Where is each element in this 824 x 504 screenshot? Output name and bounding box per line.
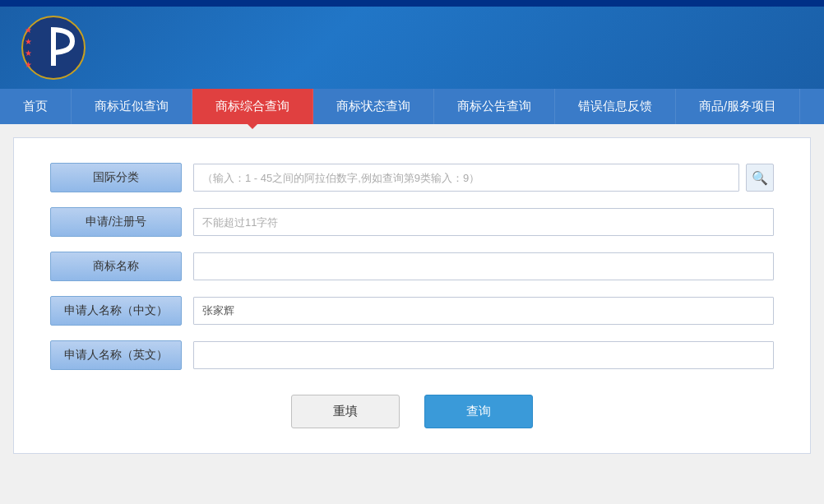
trademark-name-input[interactable] (193, 252, 774, 280)
reset-button[interactable]: 重填 (291, 395, 400, 428)
search-button[interactable]: 查询 (424, 395, 533, 428)
nav-item-商标综合查询[interactable]: 商标综合查询 (192, 89, 313, 124)
form-row-international-class: 国际分类🔍 (50, 163, 774, 192)
app-reg-number-input[interactable] (193, 208, 774, 236)
top-bar (0, 0, 824, 7)
form-row-applicant-cn: 申请人名称（中文） (50, 296, 774, 326)
form-label-applicant-en: 申请人名称（英文） (50, 340, 182, 370)
applicant-cn-input[interactable] (193, 297, 774, 325)
button-row: 重填查询 (50, 395, 774, 428)
logo-icon: ★ ★ ★ ★ (16, 15, 90, 81)
nav-item-商标公告查询[interactable]: 商标公告查询 (434, 89, 555, 124)
header: ★ ★ ★ ★ (0, 7, 824, 89)
form-input-wrap-international-class: 🔍 (193, 164, 774, 192)
form-input-wrap-applicant-cn (193, 297, 774, 325)
form-label-international-class: 国际分类 (50, 163, 182, 192)
form-row-trademark-name: 商标名称 (50, 252, 774, 281)
svg-rect-5 (51, 30, 56, 66)
svg-text:★: ★ (25, 49, 32, 58)
applicant-en-input[interactable] (193, 341, 774, 369)
nav-item-商标近似查询[interactable]: 商标近似查询 (72, 89, 192, 124)
international-class-input[interactable] (193, 164, 739, 192)
search-icon-button[interactable]: 🔍 (746, 164, 774, 192)
form-label-applicant-cn: 申请人名称（中文） (50, 296, 182, 326)
nav-item-商标状态查询[interactable]: 商标状态查询 (313, 89, 434, 124)
svg-text:★: ★ (25, 60, 32, 69)
form-label-trademark-name: 商标名称 (50, 252, 182, 281)
svg-text:★: ★ (25, 25, 32, 35)
nav-item-错误信息反馈[interactable]: 错误信息反馈 (555, 89, 676, 124)
main-content: 国际分类🔍申请/注册号商标名称申请人名称（中文）申请人名称（英文）重填查询 (13, 137, 811, 454)
form-row-applicant-en: 申请人名称（英文） (50, 340, 774, 370)
navigation: 首页商标近似查询商标综合查询商标状态查询商标公告查询错误信息反馈商品/服务项目 (0, 89, 824, 124)
form-container: 国际分类🔍申请/注册号商标名称申请人名称（中文）申请人名称（英文）重填查询 (50, 163, 774, 428)
nav-item-商品/服务项目[interactable]: 商品/服务项目 (676, 89, 800, 124)
svg-text:★: ★ (25, 37, 32, 46)
form-input-wrap-trademark-name (193, 252, 774, 280)
form-input-wrap-applicant-en (193, 341, 774, 369)
form-label-app-reg-number: 申请/注册号 (50, 207, 182, 237)
nav-item-首页[interactable]: 首页 (0, 89, 72, 124)
form-row-app-reg-number: 申请/注册号 (50, 207, 774, 237)
form-input-wrap-app-reg-number (193, 208, 774, 236)
